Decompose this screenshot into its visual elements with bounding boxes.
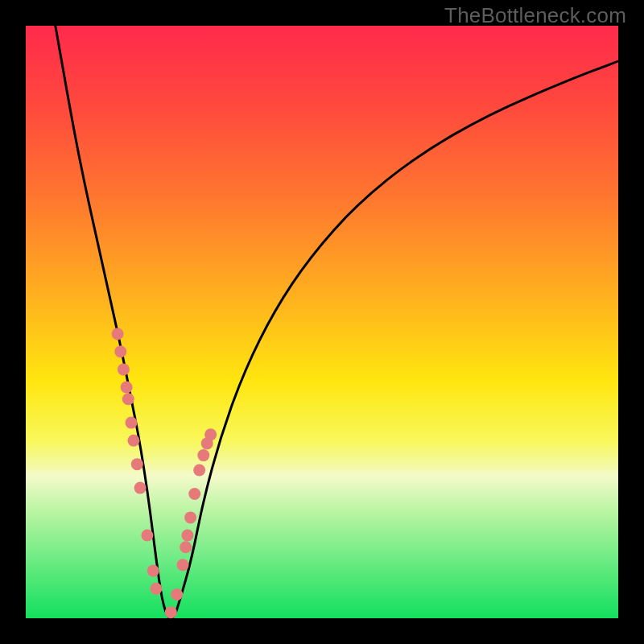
- highlight-marker: [127, 435, 139, 447]
- highlight-marker: [204, 428, 217, 440]
- highlight-marker: [121, 381, 133, 393]
- highlight-marker: [122, 393, 134, 405]
- highlight-marker: [171, 588, 183, 601]
- bottleneck-curve-svg: [26, 26, 618, 618]
- highlight-marker: [177, 559, 189, 571]
- highlight-marker: [184, 511, 196, 523]
- highlight-marker: [165, 606, 177, 618]
- highlight-marker: [126, 417, 138, 429]
- highlight-marker: [112, 328, 124, 340]
- highlight-marker: [193, 464, 205, 477]
- chart-frame: TheBottleneck.com: [0, 0, 644, 644]
- bottleneck-curve-path: [56, 26, 618, 618]
- watermark-text: TheBottleneck.com: [444, 3, 626, 28]
- highlight-marker: [118, 363, 130, 375]
- highlight-marker: [180, 541, 192, 553]
- highlight-marker: [141, 529, 153, 541]
- highlight-marker: [181, 529, 193, 541]
- highlight-marker: [197, 449, 209, 461]
- highlight-marker: [147, 565, 159, 577]
- highlight-marker: [150, 583, 162, 595]
- highlight-marker: [114, 345, 126, 357]
- highlight-marker: [134, 482, 147, 494]
- highlight-marker: [188, 488, 200, 500]
- plot-area: [26, 26, 618, 618]
- highlight-marker: [131, 458, 143, 470]
